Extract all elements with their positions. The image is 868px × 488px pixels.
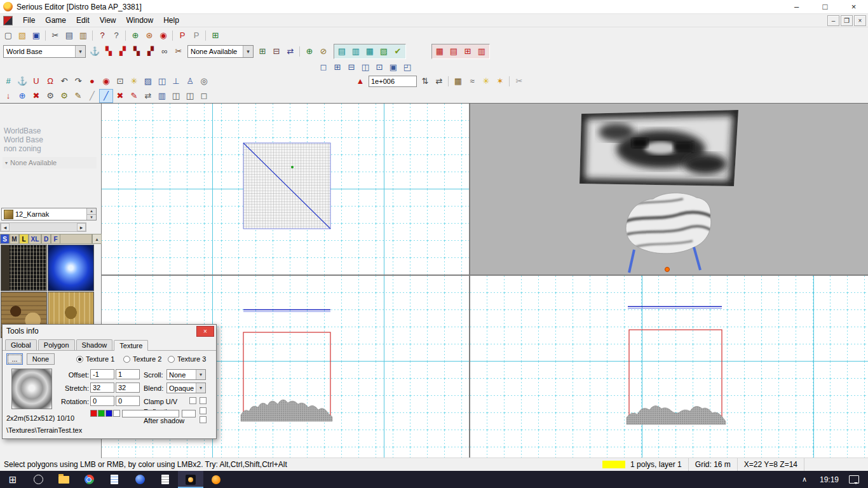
viewport-top-left[interactable] bbox=[102, 104, 469, 274]
rotate-right-icon[interactable]: ↷ bbox=[71, 74, 85, 88]
radio-texture-3[interactable]: Texture 3 bbox=[168, 355, 206, 363]
p-red-icon[interactable]: P bbox=[175, 29, 189, 43]
frame-3-icon[interactable]: ◻ bbox=[197, 89, 211, 103]
world-wire-icon[interactable]: ⊕ bbox=[15, 89, 29, 103]
target-combo[interactable]: ▾ None Available bbox=[3, 157, 97, 168]
copy-frame-icon[interactable]: ◫ bbox=[169, 89, 183, 103]
world-red-icon[interactable]: ◉ bbox=[156, 29, 170, 43]
terrain-size-input[interactable] bbox=[369, 76, 417, 87]
table-green-icon[interactable]: ⊞ bbox=[208, 29, 222, 43]
window-icon[interactable]: ◫ bbox=[155, 74, 169, 88]
target-icon[interactable]: ◎ bbox=[197, 74, 211, 88]
link-texture-icon[interactable]: ∞ bbox=[158, 44, 172, 58]
scroll-left-icon[interactable]: ◂ bbox=[1, 223, 10, 231]
drop-marker-icon[interactable]: ↓ bbox=[1, 89, 15, 103]
book-icon[interactable]: ▥ bbox=[155, 89, 169, 103]
ruler-icon[interactable]: ⊥ bbox=[169, 74, 183, 88]
scroll-combo[interactable]: None ▾ bbox=[166, 369, 206, 380]
texture-scrollbar[interactable]: ◂ ▸ bbox=[0, 222, 86, 232]
sun-icon[interactable]: ✳ bbox=[479, 74, 493, 88]
layer-primitive-icon[interactable]: ▤ bbox=[335, 44, 349, 58]
grid-toggle-icon[interactable]: # bbox=[1, 74, 15, 88]
clock[interactable]: 19:19 bbox=[815, 475, 844, 484]
menu-help[interactable]: Help bbox=[158, 15, 184, 26]
tray-expand-button[interactable]: ∧ bbox=[794, 471, 815, 488]
texture-stamp-1-icon[interactable]: ▚ bbox=[102, 44, 116, 58]
taskbar-serious-editor[interactable] bbox=[178, 471, 203, 488]
spin-swap-icon[interactable]: ⇄ bbox=[432, 74, 446, 88]
mdi-close-button[interactable]: × bbox=[854, 15, 866, 26]
spin-up-icon[interactable]: ▴ bbox=[87, 208, 96, 215]
world-globe-icon[interactable]: ⊕ bbox=[128, 29, 142, 43]
occluder-icon[interactable]: ▤ bbox=[447, 44, 461, 58]
tab-size-m[interactable]: M bbox=[10, 234, 19, 244]
csg-add-icon[interactable]: ⊕ bbox=[302, 44, 316, 58]
marker-ring-icon[interactable]: ◉ bbox=[99, 74, 113, 88]
swatch-green[interactable] bbox=[98, 410, 105, 417]
mdi-minimize-button[interactable]: – bbox=[827, 15, 839, 26]
open-folder-icon[interactable]: ▧ bbox=[15, 29, 29, 43]
menu-game[interactable]: Game bbox=[40, 15, 71, 26]
rotation-v-input[interactable] bbox=[116, 396, 140, 406]
browse-texture-button[interactable]: ... bbox=[6, 353, 23, 365]
none-texture-button[interactable]: None bbox=[27, 353, 55, 365]
texture-thumb-blue-glow[interactable] bbox=[48, 245, 94, 291]
viewport-custom-icon[interactable]: ▣ bbox=[386, 60, 400, 74]
magnet-o-icon[interactable]: Ω bbox=[43, 74, 57, 88]
taskbar-document-app[interactable] bbox=[102, 471, 127, 488]
anchor-icon[interactable]: ⚓ bbox=[88, 44, 102, 58]
terrain-edit-icon[interactable]: ▦ bbox=[451, 74, 465, 88]
reflective-checkbox[interactable] bbox=[200, 407, 207, 414]
maximize-button[interactable]: □ bbox=[811, 0, 839, 13]
spin-up-down-icon[interactable]: ⇅ bbox=[418, 74, 432, 88]
texture-preview[interactable] bbox=[11, 369, 52, 409]
help-icon[interactable]: ? bbox=[95, 29, 109, 43]
p-gray-icon[interactable]: P bbox=[189, 29, 203, 43]
frame-2-icon[interactable]: ◫ bbox=[183, 89, 197, 103]
context-help-icon[interactable]: ? bbox=[109, 29, 123, 43]
search-button[interactable] bbox=[25, 471, 51, 488]
viewport-full-icon[interactable]: ◰ bbox=[400, 60, 414, 74]
clamp-v-checkbox[interactable] bbox=[200, 397, 207, 404]
picture-icon[interactable]: ▨ bbox=[141, 74, 155, 88]
layer-conus-icon[interactable]: ▥ bbox=[349, 44, 363, 58]
pencil-active-icon[interactable]: ╱ bbox=[99, 89, 113, 103]
clamp-u-checkbox[interactable] bbox=[189, 397, 196, 404]
texture-set-combo[interactable]: 12_Karnak ▴ ▾ bbox=[1, 208, 97, 220]
brush-icon[interactable]: ✎ bbox=[127, 89, 141, 103]
radio-texture-2[interactable]: Texture 2 bbox=[123, 355, 161, 363]
none-available-combo[interactable]: None Available ▾ bbox=[187, 45, 254, 58]
offset-v-input[interactable] bbox=[116, 369, 140, 379]
stretch-u-input[interactable] bbox=[90, 383, 114, 393]
unlink-texture-icon[interactable]: ✂ bbox=[172, 44, 186, 58]
layer-torus-icon[interactable]: ▦ bbox=[363, 44, 377, 58]
rotation-u-input[interactable] bbox=[90, 396, 114, 406]
start-button[interactable]: ⊞ bbox=[0, 471, 25, 488]
tab-texture[interactable]: Texture bbox=[114, 340, 148, 351]
color-cell[interactable] bbox=[182, 410, 196, 417]
mdi-restore-button[interactable]: ❐ bbox=[841, 15, 853, 26]
menu-file[interactable]: File bbox=[18, 15, 40, 26]
texture-stamp-4-icon[interactable]: ▞ bbox=[144, 44, 158, 58]
tab-size-l[interactable]: L bbox=[19, 234, 29, 244]
person-icon[interactable]: ♙ bbox=[183, 74, 197, 88]
terrain-brush-icon[interactable]: ▲ bbox=[353, 74, 367, 88]
layer-check-icon[interactable]: ✔ bbox=[391, 44, 405, 58]
viewport-vert-icon[interactable]: ◫ bbox=[358, 60, 372, 74]
rotate-left-icon[interactable]: ↶ bbox=[57, 74, 71, 88]
taskbar-orange-app[interactable] bbox=[203, 471, 229, 488]
close-button[interactable]: × bbox=[839, 0, 868, 13]
cut-terrain-icon[interactable]: ✂ bbox=[512, 74, 526, 88]
swatch-red[interactable] bbox=[90, 410, 97, 417]
scroll-right-icon[interactable]: ▸ bbox=[77, 223, 86, 231]
world-base-combo[interactable]: World Base ▾ bbox=[3, 45, 86, 58]
close-icon[interactable]: × bbox=[196, 326, 214, 337]
select-box-icon[interactable]: ⊡ bbox=[113, 74, 127, 88]
detail-icon[interactable]: ⊞ bbox=[461, 44, 475, 58]
copy-icon[interactable]: ▤ bbox=[62, 29, 76, 43]
light-icon[interactable]: ✳ bbox=[127, 74, 141, 88]
paste-icon[interactable]: ▥ bbox=[76, 29, 90, 43]
entity-add-icon[interactable]: ⊞ bbox=[255, 44, 269, 58]
viewport-quad-icon[interactable]: ⊞ bbox=[330, 60, 344, 74]
blend-combo[interactable]: Opaque ▾ bbox=[166, 383, 206, 393]
